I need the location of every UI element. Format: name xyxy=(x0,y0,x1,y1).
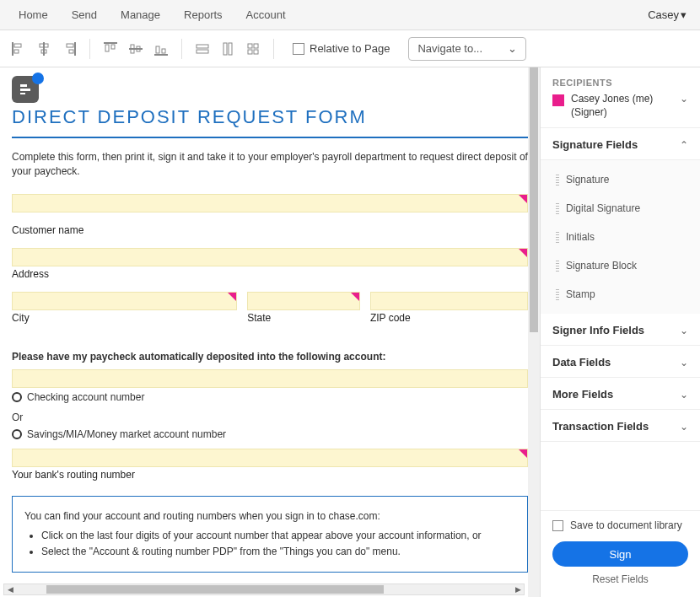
nav-reports[interactable]: Reports xyxy=(172,0,234,30)
svg-rect-20 xyxy=(223,43,227,55)
chevron-down-icon: ⌄ xyxy=(680,93,688,105)
field-city[interactable] xyxy=(12,292,237,310)
info-bullet-2: Select the "Account & routing number PDP… xyxy=(41,544,515,560)
label-routing: Your bank's routing number xyxy=(12,469,528,481)
section-more-fields[interactable]: More Fields ⌄ xyxy=(541,378,700,410)
svg-rect-23 xyxy=(254,44,258,48)
svg-rect-16 xyxy=(156,46,159,53)
svg-rect-15 xyxy=(154,54,168,56)
recipient-color-swatch xyxy=(552,94,564,106)
svg-rect-19 xyxy=(197,50,208,53)
sig-item-digital[interactable]: Digital Signature xyxy=(541,194,700,223)
nav-home[interactable]: Home xyxy=(7,0,60,30)
svg-rect-6 xyxy=(74,42,76,56)
align-center-h-icon[interactable] xyxy=(35,40,52,57)
document-title: DIRECT DEPOSIT REQUEST FORM xyxy=(12,106,528,128)
nav-manage[interactable]: Manage xyxy=(109,0,172,30)
svg-rect-21 xyxy=(229,43,232,55)
label-zip: ZIP code xyxy=(370,312,528,324)
chevron-up-icon: ⌃ xyxy=(680,139,688,151)
match-width-icon[interactable] xyxy=(194,40,211,57)
form-mode-badge-icon[interactable] xyxy=(12,76,39,103)
relative-to-page-toggle[interactable]: Relative to Page xyxy=(293,42,390,55)
align-toolbar: Relative to Page Navigate to... ⌄ xyxy=(0,30,700,67)
recipient-name: Casey Jones (me) (Signer) xyxy=(571,93,673,119)
svg-rect-2 xyxy=(14,50,19,53)
save-to-library-label: Save to document library xyxy=(570,519,682,531)
navigate-to-select[interactable]: Navigate to... ⌄ xyxy=(408,37,526,61)
svg-rect-0 xyxy=(12,42,13,56)
align-right-icon[interactable] xyxy=(61,40,78,57)
radio-savings[interactable]: Savings/MIA/Money market account number xyxy=(12,428,528,440)
signature-field-list: Signature Digital Signature Initials Sig… xyxy=(541,160,700,314)
align-top-icon[interactable] xyxy=(102,40,119,57)
radio-icon xyxy=(12,429,22,439)
save-to-library-toggle[interactable]: Save to document library xyxy=(552,519,688,531)
chevron-down-icon: ⌄ xyxy=(680,357,688,368)
svg-rect-17 xyxy=(162,49,165,53)
field-checking[interactable] xyxy=(12,369,528,388)
section-data-fields[interactable]: Data Fields ⌄ xyxy=(541,346,700,378)
chevron-down-icon: ⌄ xyxy=(508,42,517,55)
label-state: State xyxy=(247,312,360,324)
field-zip[interactable] xyxy=(370,292,528,310)
document-canvas[interactable]: DIRECT DEPOSIT REQUEST FORM Complete thi… xyxy=(0,67,540,597)
match-both-icon[interactable] xyxy=(245,40,261,57)
sig-item-initials[interactable]: Initials xyxy=(541,223,700,251)
sig-item-block[interactable]: Signature Block xyxy=(541,251,700,280)
svg-rect-25 xyxy=(254,50,258,54)
section-signer-info[interactable]: Signer Info Fields ⌄ xyxy=(541,314,700,346)
info-bullet-1: Click on the last four digits of your ac… xyxy=(41,528,515,544)
scroll-right-arrow[interactable]: ▶ xyxy=(512,584,524,594)
chevron-down-icon: ⌄ xyxy=(680,389,688,401)
sig-item-stamp[interactable]: Stamp xyxy=(541,280,700,309)
top-nav: Home Send Manage Reports Account Casey ▾ xyxy=(0,0,700,30)
section-signature-fields[interactable]: Signature Fields ⌃ xyxy=(541,128,700,160)
chevron-down-icon: ⌄ xyxy=(680,421,688,433)
section-transaction-fields[interactable]: Transaction Fields ⌄ xyxy=(541,410,700,442)
chevron-down-icon: ⌄ xyxy=(680,325,688,336)
scroll-left-arrow[interactable]: ◀ xyxy=(4,584,16,594)
field-routing[interactable] xyxy=(12,449,528,467)
nav-account[interactable]: Account xyxy=(234,0,298,30)
match-height-icon[interactable] xyxy=(219,40,236,57)
svg-rect-18 xyxy=(197,45,208,48)
sign-button[interactable]: Sign xyxy=(552,541,688,567)
svg-rect-8 xyxy=(69,50,73,53)
vertical-scrollbar[interactable] xyxy=(528,67,540,597)
svg-rect-1 xyxy=(14,44,21,47)
svg-rect-22 xyxy=(248,44,252,48)
or-text: Or xyxy=(12,411,528,423)
title-underline xyxy=(12,137,528,138)
align-middle-icon[interactable] xyxy=(127,40,144,57)
recipient-row[interactable]: Casey Jones (me) (Signer) ⌄ xyxy=(552,93,688,119)
radio-checking[interactable]: Checking account number xyxy=(12,391,528,403)
svg-rect-24 xyxy=(248,50,252,54)
info-box: You can find your account and routing nu… xyxy=(12,496,528,573)
recipients-section: RECIPIENTS Casey Jones (me) (Signer) ⌄ xyxy=(541,67,700,128)
field-customer-name[interactable] xyxy=(12,248,528,266)
field-state[interactable] xyxy=(247,292,360,310)
user-menu[interactable]: Casey ▾ xyxy=(648,8,693,21)
navigate-to-label: Navigate to... xyxy=(417,42,482,55)
label-city: City xyxy=(12,312,237,324)
recipients-heading: RECIPIENTS xyxy=(552,78,688,88)
label-savings: Savings/MIA/Money market account number xyxy=(27,428,226,440)
align-bottom-icon[interactable] xyxy=(153,40,170,57)
horizontal-scrollbar[interactable]: ◀ ▶ xyxy=(3,584,525,595)
svg-rect-7 xyxy=(67,44,73,47)
document-content: DIRECT DEPOSIT REQUEST FORM Complete thi… xyxy=(12,106,528,580)
align-left-icon[interactable] xyxy=(10,40,27,57)
info-lead: You can find your account and routing nu… xyxy=(24,508,515,524)
label-address: Address xyxy=(12,268,528,280)
svg-rect-10 xyxy=(105,45,109,51)
nav-send[interactable]: Send xyxy=(60,0,109,30)
checkbox-icon xyxy=(552,520,563,531)
checkbox-icon xyxy=(293,43,304,55)
field-top-blank[interactable] xyxy=(12,194,528,212)
reset-fields-link[interactable]: Reset Fields xyxy=(552,573,688,585)
label-customer: Customer name xyxy=(12,224,528,236)
scroll-thumb[interactable] xyxy=(46,585,384,594)
sig-item-signature[interactable]: Signature xyxy=(541,165,700,194)
user-name-label: Casey xyxy=(648,8,679,21)
